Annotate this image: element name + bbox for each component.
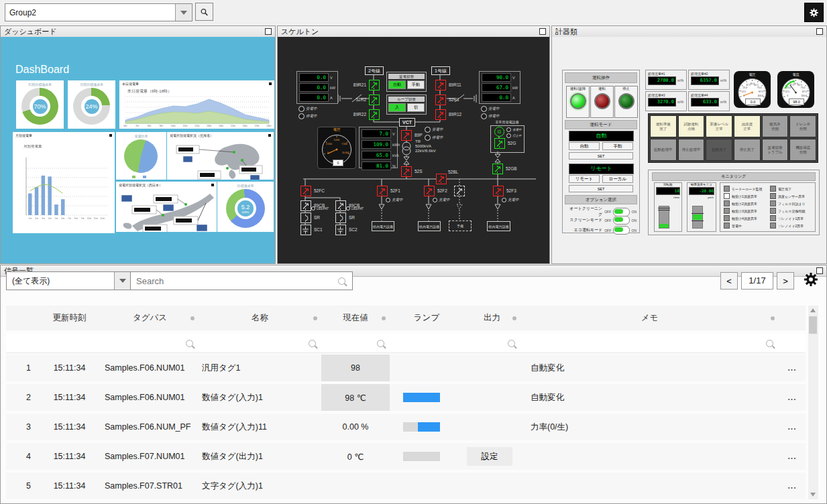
rpm-slider[interactable]: 回転数 18 r/min: [654, 182, 682, 232]
scroll-thumb[interactable]: [809, 316, 817, 334]
run-fault-button[interactable]: 運転/故障: [566, 86, 590, 118]
alarm-check[interactable]: モーターロータ監視: [724, 185, 768, 192]
table-row[interactable]: 115:11:34Samples.F06.NUM01汎用タグ198自動変化...: [6, 355, 806, 381]
breaker-89r22[interactable]: [369, 109, 380, 120]
table-settings-button[interactable]: [799, 269, 820, 291]
col-name[interactable]: 名称: [199, 312, 321, 324]
settings-button[interactable]: [804, 3, 824, 22]
chevron-down-icon[interactable]: [114, 272, 131, 290]
breaker-sc2[interactable]: [335, 225, 346, 235]
local-button[interactable]: ローカル: [602, 175, 633, 183]
group-select[interactable]: Group2: [5, 3, 192, 21]
svg-text:8時: 8時: [148, 125, 152, 127]
tile-menu-icon[interactable]: [269, 82, 272, 85]
alarm-check[interactable]: 電圧低下: [770, 185, 813, 192]
alarm-check[interactable]: ソレノイド2異常: [770, 222, 813, 229]
toggle-switch[interactable]: [613, 208, 629, 216]
breaker-52fc[interactable]: [300, 186, 311, 196]
alarm-check[interactable]: 軸受け2温度異常: [724, 200, 768, 207]
col-time[interactable]: 更新時刻: [38, 312, 101, 324]
col-tag[interactable]: タグパス: [101, 312, 199, 324]
table-row[interactable]: 515:11:34Samples.F07.STR01文字タグ(入力)1...: [6, 472, 806, 499]
table-row[interactable]: 215:11:34Samples.F06.NUM01数値タグ(入力)198 ℃自…: [6, 384, 806, 411]
search-button[interactable]: [195, 3, 213, 21]
auto-button[interactable]: 自動: [388, 80, 406, 89]
remote-button[interactable]: リモート: [569, 175, 600, 183]
set-button[interactable]: SET: [569, 152, 633, 160]
table-row[interactable]: 315:11:34Samples.F06.NUM_PF数値タグ(入力)110.0…: [6, 414, 806, 440]
col-lamp[interactable]: ランプ: [390, 312, 463, 324]
breaker-89r21[interactable]: [369, 80, 380, 90]
stop-button[interactable]: 停止: [614, 86, 638, 118]
alarm-check[interactable]: ソレノイド1異常: [770, 214, 813, 222]
filter-memo[interactable]: [520, 335, 779, 351]
alarm-check[interactable]: 軸受け3温度異常: [724, 207, 768, 214]
alarm-check[interactable]: フィルタ交換時期: [770, 207, 813, 214]
row-menu-button[interactable]: ...: [779, 481, 806, 491]
breaker-sr[interactable]: [335, 212, 346, 223]
manual-button[interactable]: 手動: [602, 142, 633, 150]
toggle-switch[interactable]: [613, 226, 629, 235]
chevron-down-icon[interactable]: [175, 4, 192, 21]
alarm-check[interactable]: 温度センサー異常: [770, 192, 813, 200]
breaker-52g[interactable]: [494, 138, 505, 149]
breaker-89r12[interactable]: [435, 109, 446, 120]
vertical-scrollbar[interactable]: [808, 306, 818, 499]
breaker-89cb[interactable]: [300, 200, 311, 211]
maximize-icon[interactable]: [539, 28, 546, 35]
prev-page-button[interactable]: <: [720, 272, 738, 290]
search-input[interactable]: [135, 273, 329, 288]
scroll-up-icon[interactable]: [810, 308, 816, 312]
breaker-52bl[interactable]: [436, 174, 447, 184]
set-button[interactable]: SET: [569, 185, 633, 192]
breaker-52gb[interactable]: [492, 164, 503, 174]
filter-dropdown[interactable]: (全て表示): [6, 271, 131, 290]
breaker-sr[interactable]: [300, 212, 311, 223]
filter-tag[interactable]: [101, 335, 199, 351]
row-menu-button[interactable]: ...: [779, 452, 806, 461]
set-value-button[interactable]: 設定: [467, 447, 512, 466]
breaker-52f3[interactable]: [493, 186, 504, 196]
run-button[interactable]: 運転: [590, 86, 614, 118]
breaker-52r2[interactable]: [369, 94, 380, 105]
off-button[interactable]: 切: [407, 103, 425, 112]
col-memo[interactable]: メモ: [520, 312, 779, 324]
breaker-spare[interactable]: [454, 186, 465, 196]
search-box[interactable]: [130, 271, 353, 290]
digital-display: 633.0: [691, 98, 719, 107]
filter-output[interactable]: [463, 335, 520, 351]
row-menu-button[interactable]: ...: [779, 422, 806, 432]
col-value[interactable]: 現在値: [321, 312, 390, 324]
on-button[interactable]: 入: [388, 103, 406, 112]
tile-menu-icon[interactable]: [268, 134, 271, 137]
next-page-button[interactable]: >: [777, 272, 794, 290]
auto-button[interactable]: 自動: [569, 142, 600, 150]
alarm-check[interactable]: 軸受け4温度異常: [724, 214, 768, 222]
alarm-check[interactable]: フィルタ目詰まり: [770, 200, 813, 207]
alarm-check[interactable]: 受電中: [724, 222, 768, 229]
row-menu-button[interactable]: ...: [779, 393, 806, 402]
scroll-down-icon[interactable]: [810, 493, 816, 497]
breaker-52r1[interactable]: [435, 94, 446, 105]
manual-button[interactable]: 手動: [407, 80, 425, 89]
filter-name[interactable]: [199, 335, 321, 351]
breaker-52f1[interactable]: [377, 186, 388, 196]
breaker-sc1[interactable]: [300, 225, 311, 235]
maximize-icon[interactable]: [816, 28, 823, 35]
alarm-check[interactable]: 軸受け1温度異常: [724, 192, 768, 200]
tile-menu-icon[interactable]: [211, 184, 214, 186]
breaker-89r11[interactable]: [435, 80, 446, 90]
table-row[interactable]: 415:11:34Samples.F07.NUM01数値タグ(出力)10 ℃設定…: [6, 443, 806, 470]
bearing-temp-slider[interactable]: 軸受温度モニタ -20.00 μm/s: [687, 182, 716, 232]
breaker-52s[interactable]: [401, 166, 412, 177]
page-indicator[interactable]: 1/17: [741, 272, 773, 290]
filter-value[interactable]: [321, 335, 390, 351]
maximize-icon[interactable]: [265, 28, 272, 35]
tile-menu-icon[interactable]: [109, 134, 112, 137]
row-menu-button[interactable]: ...: [779, 363, 806, 373]
breaker-89cb[interactable]: [335, 200, 346, 211]
breaker-52f2[interactable]: [424, 186, 435, 196]
toggle-switch[interactable]: [613, 216, 629, 225]
breaker-89p[interactable]: [401, 130, 412, 141]
col-output[interactable]: 出力: [463, 312, 520, 324]
